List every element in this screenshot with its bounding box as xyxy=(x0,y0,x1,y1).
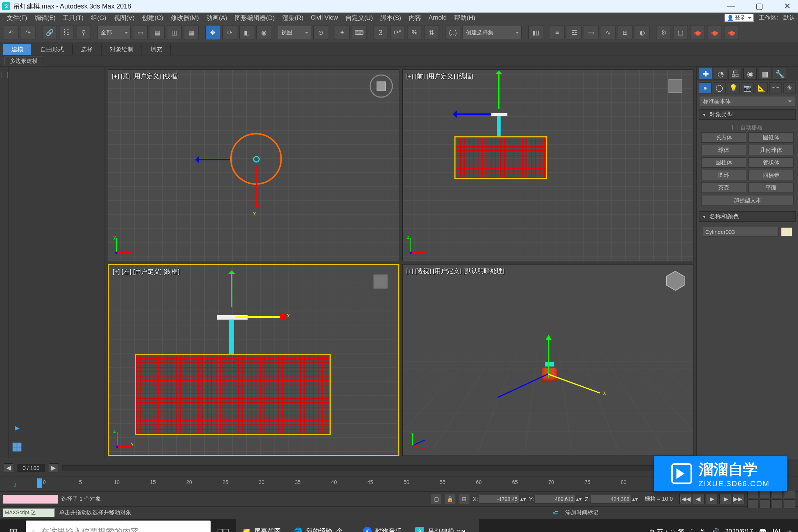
render-frame-button[interactable]: ▢ xyxy=(673,25,688,40)
tab-display[interactable]: ▥ xyxy=(758,68,771,80)
nav-orbit[interactable] xyxy=(772,499,783,508)
obj-torus[interactable]: 圆环 xyxy=(701,170,746,180)
play-icon[interactable]: ▶ xyxy=(12,423,22,433)
play-button[interactable]: ▶ xyxy=(706,494,718,504)
manipulate-button[interactable]: ✦ xyxy=(335,25,349,40)
cat-lights[interactable]: 💡 xyxy=(727,82,740,93)
redo-button[interactable]: ↷ xyxy=(21,25,35,40)
tray-network-icon[interactable]: 🖧 xyxy=(699,528,706,532)
task-browser[interactable]: 🌐我的经验_个… xyxy=(287,519,356,532)
menu-civilview[interactable]: Civil View xyxy=(307,13,341,22)
viewport-top[interactable]: [+] [顶] [用户定义] [线框] x yx xyxy=(108,69,399,261)
menu-graph[interactable]: 图形编辑器(D) xyxy=(231,13,279,23)
tab-motion[interactable]: ◉ xyxy=(743,68,757,80)
coord-z[interactable]: 424.388 xyxy=(591,495,631,504)
keyboard-shortcut-button[interactable]: ⌨ xyxy=(352,25,366,40)
slider-next-button[interactable]: ▶ xyxy=(49,463,58,473)
render-activeshade-button[interactable]: 🫖 xyxy=(724,25,739,40)
auto-grid-checkbox[interactable]: 自动栅格 xyxy=(701,123,794,132)
task-kugou[interactable]: K酷狗音乐 xyxy=(356,519,409,532)
schematic-view-button[interactable]: ⊞ xyxy=(618,25,632,40)
coord-display-icon[interactable]: ⊞ xyxy=(459,494,470,504)
frame-label[interactable]: 0 / 100 xyxy=(17,464,45,472)
tray-up-icon[interactable]: ˄ xyxy=(690,528,693,532)
named-selection-dropdown[interactable]: 创建选择集 xyxy=(463,26,522,39)
viewport-perspective[interactable]: [+] [透视] [用户定义] [默认明暗处理] x xyxy=(402,264,694,456)
menu-animation[interactable]: 动画(A) xyxy=(202,13,231,23)
tab-utilities[interactable]: 🔧 xyxy=(773,68,786,80)
task-3dsmax[interactable]: 3吊灯建模.ma… xyxy=(409,519,479,532)
ref-coord-dropdown[interactable]: 视图 xyxy=(278,26,311,39)
maximize-button[interactable]: ▢ xyxy=(751,1,768,11)
obj-cylinder[interactable]: 圆柱体 xyxy=(701,157,746,168)
menu-view[interactable]: 视图(V) xyxy=(110,13,139,23)
align-button[interactable]: ≡ xyxy=(550,25,565,40)
coord-y[interactable]: 489.613 xyxy=(535,495,575,504)
selection-lock-icon[interactable]: 🔒 xyxy=(445,494,456,504)
cat-geometry[interactable]: ● xyxy=(699,82,712,93)
tray-date[interactable]: 2020/6/17 xyxy=(725,528,753,532)
viewcube-icon[interactable] xyxy=(664,269,687,293)
undo-button[interactable]: ↶ xyxy=(4,25,18,40)
start-button[interactable]: ⊞ xyxy=(0,519,26,532)
obj-tube[interactable]: 管状体 xyxy=(748,157,794,168)
selection-filter-dropdown[interactable]: 全部 xyxy=(98,26,131,39)
viewcube-icon[interactable] xyxy=(664,74,687,98)
slider-prev-button[interactable]: ◀ xyxy=(4,463,13,473)
menu-script[interactable]: 脚本(S) xyxy=(376,13,405,23)
menu-content[interactable]: 内容 xyxy=(405,13,425,23)
placement-button[interactable]: ◉ xyxy=(256,25,271,40)
menu-file[interactable]: 文件(F) xyxy=(3,13,31,23)
obj-plane[interactable]: 平面 xyxy=(748,183,794,193)
bind-button[interactable]: ⚲ xyxy=(76,25,91,40)
pivot-button[interactable]: ⊙ xyxy=(313,25,328,40)
ribbon-tab-objpaint[interactable]: 对象绘制 xyxy=(101,44,142,55)
object-name-input[interactable] xyxy=(703,227,779,236)
menu-tools[interactable]: 工具(T) xyxy=(59,13,87,23)
selection-lock-field[interactable] xyxy=(3,494,58,504)
workspace-value[interactable]: 默认 xyxy=(783,14,795,22)
percent-snap-button[interactable]: % xyxy=(407,25,422,40)
tab-create[interactable]: ✚ xyxy=(699,68,712,80)
obj-box[interactable]: 长方体 xyxy=(701,132,746,143)
add-time-marker[interactable]: 添加时间标记 xyxy=(565,509,598,516)
viewport-layout-icon[interactable] xyxy=(12,442,22,452)
spinner-snap-button[interactable]: ⇅ xyxy=(424,25,439,40)
login-dropdown[interactable]: 👤登录 xyxy=(724,14,754,22)
tray-notifications-icon[interactable]: 💬 xyxy=(759,528,767,532)
curve-editor-button[interactable]: ∿ xyxy=(601,25,615,40)
prev-frame-button[interactable]: ◀| xyxy=(693,494,705,504)
render-setup-button[interactable]: ⚙ xyxy=(656,25,671,40)
taskbar-search[interactable]: ⌕ 在这里输入你要搜索的内容 xyxy=(26,521,211,532)
window-crossing-button[interactable]: ▦ xyxy=(184,25,199,40)
toggle-ribbon-button[interactable]: ▭ xyxy=(584,25,598,40)
nav-max-toggle[interactable] xyxy=(784,499,795,508)
ribbon-tab-freeform[interactable]: 自由形式 xyxy=(32,44,72,55)
cat-cameras[interactable]: 📷 xyxy=(741,82,754,93)
viewport-left[interactable]: [+] [左] [用户定义] [线框] x zy xyxy=(108,264,399,456)
rollup-header-object-type[interactable]: 对象类型 xyxy=(699,109,796,120)
material-editor-button[interactable]: ◐ xyxy=(635,25,649,40)
next-frame-button[interactable]: |▶ xyxy=(719,494,731,504)
mirror-button[interactable]: ▮▯ xyxy=(528,25,543,40)
cat-shapes[interactable]: ◯ xyxy=(713,82,726,93)
obj-pyramid[interactable]: 四棱锥 xyxy=(748,170,794,180)
render-iterative-button[interactable]: 🫖 xyxy=(707,25,722,40)
minimize-button[interactable]: — xyxy=(723,1,740,11)
menu-help[interactable]: 帮助(H) xyxy=(450,13,479,23)
maxscript-mini-listener[interactable]: MAXScript 迷 xyxy=(3,508,55,517)
menu-group[interactable]: 组(G) xyxy=(87,13,110,23)
ribbon-sub-polymodel[interactable]: 多边形建模 xyxy=(4,57,43,65)
goto-end-button[interactable]: ▶▶| xyxy=(733,494,744,504)
ribbon-tab-select[interactable]: 选择 xyxy=(72,44,101,55)
gutter-icon[interactable] xyxy=(1,72,8,78)
nav-field-of-view[interactable] xyxy=(747,499,758,508)
rollup-header-name-color[interactable]: 名称和颜色 xyxy=(699,211,796,222)
coord-x[interactable]: -1798.45 xyxy=(479,495,519,504)
scale-button[interactable]: ◧ xyxy=(239,25,254,40)
menu-edit[interactable]: 编辑(E) xyxy=(31,13,59,23)
time-tag-icon[interactable]: 🏷 xyxy=(553,509,559,516)
select-region-button[interactable]: ◫ xyxy=(167,25,182,40)
snap-toggle-button[interactable]: 3 xyxy=(373,25,388,40)
edit-selection-set-button[interactable]: {‥} xyxy=(446,25,460,40)
